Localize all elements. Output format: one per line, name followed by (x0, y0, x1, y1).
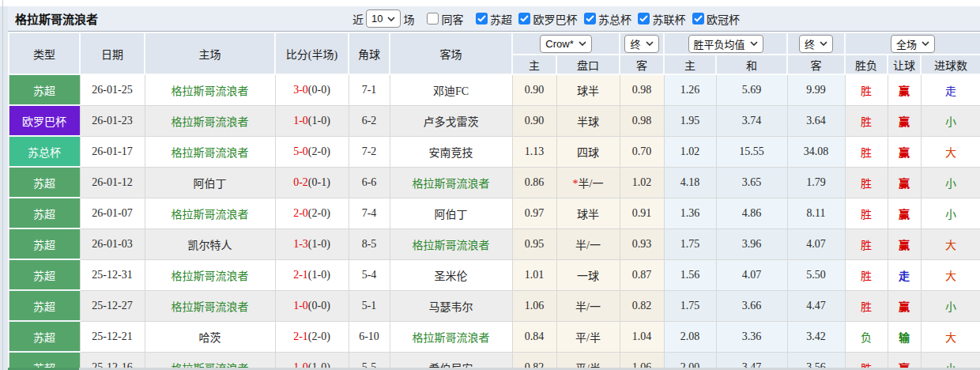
result-goals: 大 (921, 259, 980, 290)
corner-count: 7-4 (349, 198, 390, 228)
avg-draw-odds: 4.07 (716, 259, 787, 290)
odds-home: 1.01 (512, 259, 556, 290)
away-team[interactable]: 邓迪FC (390, 74, 512, 105)
bookmaker-state-cell: 终 (620, 32, 664, 55)
match-history-panel: 格拉斯哥流浪者 近 10 场 同客 苏超 欧罗巴杯 苏总杯 (8, 6, 980, 370)
away-team[interactable]: 格拉斯哥流浪者 (390, 228, 512, 259)
bookmaker-state-select[interactable]: 终 (624, 35, 658, 53)
corner-count: 7-1 (349, 74, 390, 105)
odds-home: 1.13 (512, 136, 556, 167)
league-filter-checkbox[interactable]: 苏超 (476, 11, 512, 27)
away-team[interactable]: 安南竞技 (390, 136, 512, 167)
avg-draw-odds: 15.55 (716, 136, 787, 167)
result-goals: 小 (921, 105, 980, 136)
result-goals: 大 (921, 136, 980, 167)
odds-home: 1.06 (512, 290, 556, 321)
home-team[interactable]: 格拉斯哥流浪者 (145, 290, 275, 321)
corner-count: 5-4 (349, 259, 390, 290)
competition-badge: 苏超 (9, 198, 80, 228)
league-filters: 同客 苏超 欧罗巴杯 苏总杯 苏联杯 欧冠杯 (416, 11, 740, 27)
col-header-score: 比分(半场) (275, 32, 349, 74)
home-team[interactable]: 格拉斯哥流浪者 (145, 105, 275, 136)
score-cell: 2-0(2-0) (275, 198, 349, 228)
result-handicap: 赢 (888, 228, 921, 259)
games-label: 场 (403, 11, 414, 27)
match-row: 苏超 26-01-25 格拉斯哥流浪者 3-0(0-0) 7-1 邓迪FC 0.… (9, 74, 980, 105)
away-team[interactable]: 格拉斯哥流浪者 (390, 321, 512, 352)
odds-home: 0.90 (512, 74, 556, 105)
score-cell: 0-2(0-1) (275, 167, 349, 198)
checkbox-icon (692, 13, 704, 25)
league-filter-checkbox[interactable]: 苏总杯 (584, 11, 631, 27)
subcol-avg-home: 主 (664, 55, 716, 74)
avg-away-odds: 4.47 (787, 290, 845, 321)
handicap-line: 一球 (556, 259, 620, 290)
checkbox-icon (518, 13, 530, 25)
match-row: 欧罗巴杯 26-01-23 格拉斯哥流浪者 1-0(1-0) 6-2 卢多戈雷茨… (9, 105, 980, 136)
average-select-cell: 胜平负均值 (664, 32, 787, 55)
match-date: 26-01-03 (80, 228, 145, 259)
home-team[interactable]: 格拉斯哥流浪者 (145, 259, 275, 290)
subcol-goals: 进球数 (921, 55, 980, 74)
league-filter-checkbox[interactable]: 欧冠杯 (692, 11, 740, 27)
average-state-select[interactable]: 终 (799, 35, 833, 53)
away-team[interactable]: 马瑟韦尔 (390, 290, 512, 321)
subcol-avg-away: 客 (787, 55, 845, 74)
handicap-line: 球半 (556, 74, 620, 105)
away-team[interactable]: 格拉斯哥流浪者 (390, 167, 512, 198)
avg-away-odds: 3.64 (787, 105, 845, 136)
col-header-away: 客场 (390, 32, 512, 74)
result-goals: 小 (921, 290, 980, 321)
page-left-border (2, 0, 3, 370)
checkbox-icon (476, 13, 488, 25)
odds-home: 0.97 (512, 198, 556, 228)
away-team[interactable]: 卢多戈雷茨 (390, 105, 512, 136)
odds-away: 0.87 (620, 259, 664, 290)
home-team[interactable]: 哈茨 (145, 321, 275, 352)
result-winloss: 胜 (845, 105, 888, 136)
odds-away: 1.02 (620, 167, 664, 198)
match-date: 25-12-21 (80, 321, 145, 352)
match-row: 苏超 25-12-27 格拉斯哥流浪者 1-0(0-0) 5-1 马瑟韦尔 1.… (9, 290, 980, 321)
avg-draw-odds: 4.86 (716, 198, 787, 228)
match-date: 26-01-25 (80, 74, 145, 105)
odds-home: 0.90 (512, 105, 556, 136)
away-team[interactable]: 阿伯丁 (390, 198, 512, 228)
result-goals: 走 (921, 74, 980, 105)
bookmaker-select[interactable]: Crow* (540, 35, 591, 53)
average-select[interactable]: 胜平负均值 (688, 35, 763, 53)
chevron-down-icon (820, 41, 827, 46)
avg-home-odds: 1.26 (664, 74, 716, 105)
home-team[interactable]: 格拉斯哥流浪者 (145, 198, 275, 228)
home-team[interactable]: 格拉斯哥流浪者 (145, 74, 275, 105)
chevron-down-icon (579, 41, 586, 46)
avg-away-odds: 8.11 (787, 198, 845, 228)
away-team[interactable]: 圣米伦 (390, 259, 512, 290)
result-goals: 小 (921, 167, 980, 198)
league-filter-checkbox[interactable]: 苏联杯 (638, 11, 685, 27)
odds-away: 0.98 (620, 105, 664, 136)
result-winloss: 胜 (845, 74, 888, 105)
result-goals: 大 (921, 228, 980, 259)
avg-away-odds: 34.08 (787, 136, 845, 167)
odds-home: 0.84 (512, 321, 556, 352)
league-filter-checkbox[interactable]: 欧罗巴杯 (518, 11, 577, 27)
league-filter-checkbox[interactable]: 同客 (427, 11, 463, 27)
corner-count: 8-5 (349, 228, 390, 259)
subcol-handicap: 盘口 (556, 55, 620, 74)
recent-count-select[interactable]: 10 (366, 9, 401, 28)
avg-draw-odds: 3.66 (716, 290, 787, 321)
home-team[interactable]: 凯尔特人 (145, 228, 275, 259)
avg-home-odds: 1.95 (664, 105, 716, 136)
home-team[interactable]: 阿伯丁 (145, 167, 275, 198)
odds-away: 0.82 (620, 290, 664, 321)
competition-badge: 苏超 (9, 167, 80, 198)
scope-select[interactable]: 全场 (891, 35, 935, 53)
handicap-line: 球半 (556, 198, 620, 228)
avg-home-odds: 1.36 (664, 198, 716, 228)
avg-home-odds: 4.18 (664, 167, 716, 198)
chevron-down-icon (646, 41, 654, 46)
avg-draw-odds: 3.96 (716, 228, 787, 259)
home-team[interactable]: 格拉斯哥流浪者 (145, 136, 275, 167)
recent-label: 近 (352, 11, 364, 27)
